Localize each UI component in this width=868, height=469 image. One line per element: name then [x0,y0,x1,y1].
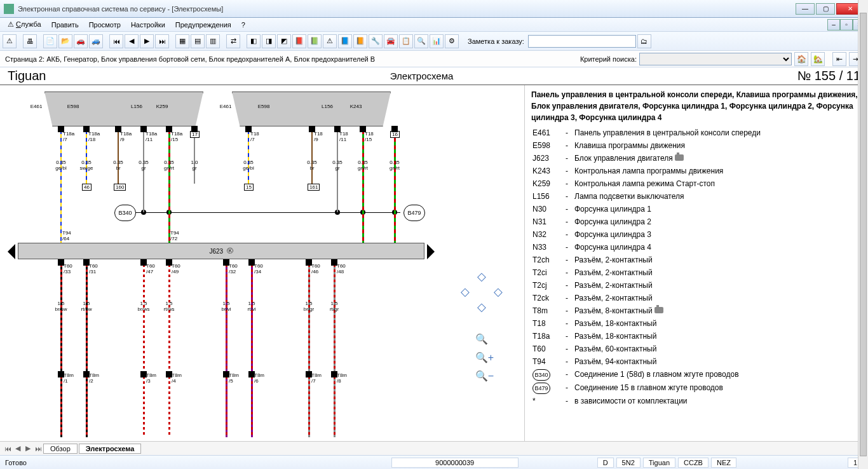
mdi-min[interactable]: – [827,19,840,31]
lbl-l156b: L156 [318,104,337,110]
tb-a2[interactable]: ▤ [191,34,205,48]
tb-next[interactable]: ▶ [140,34,154,48]
status-ready: Готово [5,459,27,466]
legend-table: E461-Панель управления в центральной кон… [531,126,766,408]
tab-prev[interactable]: ◀ [13,444,23,452]
tb-a1[interactable]: ▦ [175,34,189,48]
status-ordernum: 9000000039 [391,458,519,468]
tabbar: ⏮ ◀ ▶ ⏭ Обзор Электросхема [0,441,868,455]
tb-print[interactable]: 🖶 [23,34,37,48]
tb-b3[interactable]: ◩ [277,34,291,48]
app-icon [4,4,14,14]
busline [114,212,400,213]
search-combo[interactable] [639,53,792,65]
scrollbar[interactable] [858,85,868,441]
menu-service[interactable]: ⚠ Служба [3,20,46,29]
nav-home[interactable]: 🏠 [794,52,808,66]
menubar: ⚠ Служба Править Просмотр Настройки Пред… [0,18,868,32]
nav-right-arrow[interactable] [427,244,435,259]
pan-controls: ◇ ◇ ◇ ◇ [461,269,505,314]
tb-b7[interactable]: 📘 [338,34,352,48]
tb-b10[interactable]: 🚘 [384,34,398,48]
lbl-e461b: E461 [216,104,235,110]
menu-view[interactable]: Просмотр [84,21,126,29]
tab-last[interactable]: ⏭ [33,445,43,452]
tb-warn2[interactable]: ⚠ [323,34,337,48]
tb-b2[interactable]: ◨ [262,34,276,48]
nav-left-arrow[interactable] [8,244,15,259]
menu-settings[interactable]: Настройки [126,21,170,29]
pin-t94b: T94 /72 [170,230,179,241]
lbl-l156a: L156 [127,104,146,110]
tab-overview[interactable]: Обзор [43,444,78,454]
tb-b11[interactable]: 📋 [399,34,413,48]
tb-prev[interactable]: ◀ [125,34,139,48]
tb-b14[interactable]: ⚙ [445,34,459,48]
pan-down-icon[interactable]: ◇ [477,300,486,314]
tab-first[interactable]: ⏮ [3,445,13,452]
statusbar: Готово 9000000039 D 5N2 Tiguan CCZB NEZ … [0,455,868,469]
node-b340: B340 [114,205,136,221]
zoom-out-icon[interactable]: 🔍− [475,370,494,382]
tb-b1[interactable]: ◧ [247,34,261,48]
tb-b12[interactable]: 🔍 [414,34,428,48]
tab-next[interactable]: ▶ [23,444,33,452]
tb-open[interactable]: 📂 [58,34,72,48]
wiring-diagram[interactable]: E461 E598 L156 K259 E461 E598 L156 K243 … [0,85,525,441]
tb-book[interactable]: 📕 [292,34,306,48]
minimize-button[interactable]: — [796,3,815,15]
tb-swap[interactable]: ⇄ [226,34,240,48]
tb-warn[interactable]: ⚠ [3,34,17,48]
status-c5: NEZ [711,458,736,468]
titlebar: Электронная справочная система по сервис… [0,0,868,18]
status-c4: CCZB [678,458,709,468]
mdi-max[interactable]: ▫ [840,19,853,31]
pan-up-icon[interactable]: ◇ [477,269,486,283]
doc-title: Электросхема [46,71,797,81]
note-input[interactable] [528,35,636,48]
zoom-controls: 🔍 🔍+ 🔍− [475,333,494,382]
pan-right-icon[interactable]: ◇ [494,285,503,299]
tb-b5[interactable]: 📗 [308,34,322,48]
zoom-fit-icon[interactable]: 🔍 [475,333,494,345]
maximize-button[interactable]: ▢ [816,3,835,15]
lbl-k243: K243 [346,104,365,110]
legend-title: Панель управления в центральной консоли … [531,89,862,123]
nav-back[interactable]: ⇤ [832,52,846,66]
search-label: Критерий поиска: [580,55,637,63]
menu-edit[interactable]: Править [46,21,84,29]
infobar: Страница 2: АКБ, Генератор, Блок управле… [0,51,868,67]
status-c1: D [597,458,614,468]
lbl-e598a: E598 [64,104,83,110]
tb-a3[interactable]: ▥ [206,34,220,48]
window-title: Электронная справочная система по сервис… [18,5,796,13]
j623-block: J623 Ⓚ [18,243,424,259]
tb-car2[interactable]: 🚙 [89,34,103,48]
tb-last[interactable]: ⏭ [155,34,169,48]
tb-first[interactable]: ⏮ [109,34,123,48]
legend-panel: Панель управления в центральной консоли … [525,85,868,441]
toolbar: ⚠ 🖶 📄 📂 🚗 🚙 ⏮ ◀ ▶ ⏭ ▦ ▤ ▥ ⇄ ◧ ◨ ◩ 📕 📗 ⚠ … [0,32,868,51]
status-c2: 5N2 [616,458,641,468]
tb-notebtn[interactable]: 🗂 [637,34,651,48]
tb-b9[interactable]: 🔧 [369,34,383,48]
note-label: Заметка к заказу: [468,37,524,45]
status-c3: Tiguan [643,458,675,468]
tb-b13[interactable]: 📊 [430,34,444,48]
menu-help[interactable]: ? [236,21,250,29]
tab-schematic[interactable]: Электросхема [79,444,142,454]
zoom-in-icon[interactable]: 🔍+ [475,351,494,364]
tb-car1[interactable]: 🚗 [74,34,88,48]
lbl-e461a: E461 [27,104,46,110]
doc-header: Tiguan Электросхема № 155 / 11 [0,67,868,85]
pin-t94a: T94 /64 [62,230,71,241]
nav-alt[interactable]: 🏡 [811,52,825,66]
node-b479: B479 [403,205,425,221]
page-number: № 155 / 11 [797,69,860,83]
lbl-e598b: E598 [254,104,273,110]
pan-left-icon[interactable]: ◇ [461,285,470,299]
tb-new[interactable]: 📄 [43,34,57,48]
menu-warnings[interactable]: Предупреждения [170,21,236,29]
page-description: Страница 2: АКБ, Генератор, Блок управле… [5,55,580,63]
tb-b8[interactable]: 📙 [353,34,367,48]
